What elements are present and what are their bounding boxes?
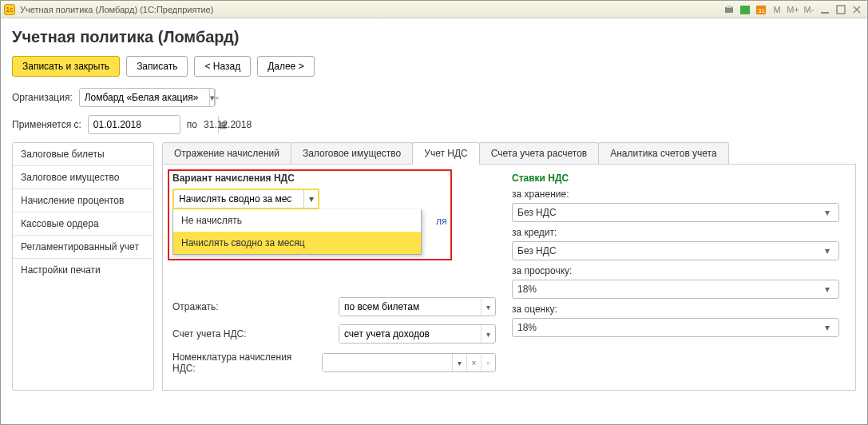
reflect-field[interactable]: ▾	[339, 297, 496, 316]
svg-rect-6	[821, 12, 829, 14]
rate-storage-value: Без НДС	[517, 207, 557, 218]
dropdown-icon[interactable]: ▾	[821, 245, 834, 256]
dropdown-icon[interactable]: ▾	[821, 284, 834, 295]
sidebar-item-nachisl-proc[interactable]: Начисление процентов	[13, 189, 153, 212]
rate-appraisal-value: 18%	[517, 322, 537, 333]
main-layout: Залоговые билеты Залоговое имущество Нач…	[12, 142, 856, 391]
sidebar-item-zalog-imush[interactable]: Залоговое имущество	[13, 166, 153, 189]
maximize-icon[interactable]	[834, 2, 848, 17]
memory-mplus-icon[interactable]: M+	[786, 2, 800, 17]
rate-credit-row: за кредит: Без НДС ▾	[512, 227, 846, 260]
back-button[interactable]: < Назад	[194, 56, 251, 77]
rate-late-label: за просрочку:	[512, 265, 846, 276]
org-row: Организация: ▾ ▫	[12, 88, 856, 107]
sidebar-item-nastr-pechati[interactable]: Настройки печати	[13, 259, 153, 281]
save-close-button[interactable]: Записать и закрыть	[12, 56, 120, 77]
nds-variant-options: Не начислять Начислять сводно за месяц	[172, 209, 422, 255]
applies-row: Применяется с: ▦ по 31.12.2018	[12, 115, 856, 134]
rate-storage-field[interactable]: Без НДС ▾	[512, 203, 839, 222]
dropdown-toggle-icon[interactable]: ▾	[303, 190, 318, 208]
app-logo-icon: 1c	[4, 4, 15, 15]
account-input[interactable]	[339, 325, 481, 343]
behind-text-right: ля	[436, 216, 447, 227]
dropdown-icon[interactable]: ▾	[452, 354, 466, 371]
nomenclature-field[interactable]: ▾ × ▫	[322, 353, 496, 372]
tab-zalog-imush[interactable]: Залоговое имущество	[291, 142, 413, 164]
tab-uchet-nds[interactable]: Учет НДС	[412, 142, 479, 164]
sidebar-item-kass-ordera[interactable]: Кассовые ордера	[13, 212, 153, 236]
panel-body: Вариант начисления НДС ▾ Не начислять На…	[162, 165, 856, 391]
dropdown-icon[interactable]: ▾	[209, 89, 215, 106]
window-title: Учетная политика (Ломбард) (1С:Предприят…	[20, 5, 213, 14]
account-label: Счет учета НДС:	[172, 328, 332, 340]
applies-to-label: по	[187, 119, 197, 130]
nds-column: Вариант начисления НДС ▾ Не начислять На…	[172, 173, 496, 382]
tab-analitika[interactable]: Аналитика счетов учета	[598, 142, 728, 164]
open-icon[interactable]: ▫	[481, 354, 495, 371]
nds-variant-field: ▾	[172, 189, 319, 209]
svg-rect-3	[740, 6, 750, 8]
close-icon[interactable]	[850, 2, 864, 17]
applies-from-field[interactable]: ▦	[88, 115, 180, 134]
app-window: 1c Учетная политика (Ломбард) (1С:Предпр…	[0, 0, 868, 425]
nds-variant-dropdown[interactable]: ▾ Не начислять Начислять сводно за месяц	[172, 189, 319, 209]
sidebar-item-zalog-bilety[interactable]: Залоговые билеты	[13, 143, 153, 166]
dropdown-icon[interactable]: ▾	[821, 207, 834, 218]
reflect-input[interactable]	[339, 298, 481, 316]
svg-rect-0	[725, 7, 733, 13]
next-button[interactable]: Далее >	[257, 56, 315, 77]
applies-from-input[interactable]	[89, 116, 218, 133]
reflect-row: Отражать: ▾	[172, 297, 496, 316]
rate-late-row: за просрочку: 18% ▾	[512, 265, 846, 299]
nds-option-0[interactable]: Не начислять	[173, 209, 421, 232]
tab-otrazhenie[interactable]: Отражение начислений	[162, 142, 291, 164]
rate-late-field[interactable]: 18% ▾	[512, 280, 839, 299]
nomenclature-input[interactable]	[323, 354, 452, 371]
account-row: Счет учета НДС: ▾	[172, 324, 496, 344]
account-field[interactable]: ▾	[339, 324, 496, 344]
applies-label: Применяется с:	[12, 119, 81, 130]
sidebar: Залоговые билеты Залоговое имущество Нач…	[12, 142, 154, 391]
rate-appraisal-row: за оценку: 18% ▾	[512, 304, 846, 337]
org-field[interactable]: ▾ ▫	[79, 88, 215, 107]
main-panel: Отражение начислений Залоговое имущество…	[162, 142, 856, 391]
nds-variant-input[interactable]	[174, 190, 303, 208]
dropdown-icon[interactable]: ▾	[481, 298, 495, 316]
minimize-icon[interactable]	[818, 2, 832, 17]
toolbar: Записать и закрыть Записать < Назад Дале…	[12, 56, 856, 77]
tabs: Отражение начислений Залоговое имущество…	[162, 142, 856, 165]
dropdown-icon[interactable]: ▾	[821, 322, 834, 333]
nomenclature-label: Номенклатура начисления НДС:	[172, 352, 315, 374]
save-button[interactable]: Записать	[126, 56, 188, 77]
rate-credit-label: за кредит:	[512, 227, 846, 238]
memory-mminus-icon[interactable]: M-	[802, 2, 816, 17]
applies-end: 31.12.2018	[204, 119, 252, 130]
svg-rect-7	[837, 6, 845, 14]
sidebar-item-reglam-uchet[interactable]: Регламентированный учет	[13, 236, 153, 259]
nds-option-1[interactable]: Начислять сводно за месяц	[173, 232, 421, 254]
open-icon[interactable]: ▫	[215, 89, 219, 106]
tab-scheta-raschet[interactable]: Счета учета расчетов	[479, 142, 599, 164]
rate-late-value: 18%	[517, 284, 537, 295]
nds-variant-title: Вариант начисления НДС	[172, 173, 496, 184]
page-title: Учетная политика (Ломбард)	[12, 28, 856, 46]
rate-storage-row: за хранение: Без НДС ▾	[512, 189, 846, 222]
rate-appraisal-field[interactable]: 18% ▾	[512, 318, 839, 337]
rates-column: Ставки НДС за хранение: Без НДС ▾ за кре…	[512, 173, 846, 342]
svg-text:31: 31	[758, 7, 765, 14]
memory-m-icon[interactable]: M	[770, 2, 784, 17]
rate-appraisal-label: за оценку:	[512, 304, 846, 315]
nomenclature-row: Номенклатура начисления НДС: ▾ × ▫	[172, 352, 496, 374]
org-input[interactable]	[80, 89, 209, 106]
content-area: Учетная политика (Ломбард) Записать и за…	[1, 18, 867, 424]
clear-icon[interactable]: ×	[466, 354, 481, 371]
rate-credit-field[interactable]: Без НДС ▾	[512, 241, 839, 260]
calendar-orange-icon[interactable]: 31	[754, 2, 768, 17]
rates-title: Ставки НДС	[512, 173, 846, 184]
calendar-green-icon[interactable]	[738, 2, 752, 17]
svg-rect-1	[727, 6, 731, 8]
dropdown-icon[interactable]: ▾	[481, 325, 495, 343]
rate-storage-label: за хранение:	[512, 189, 846, 200]
rate-credit-value: Без НДС	[517, 245, 557, 256]
print-icon[interactable]	[722, 2, 736, 17]
